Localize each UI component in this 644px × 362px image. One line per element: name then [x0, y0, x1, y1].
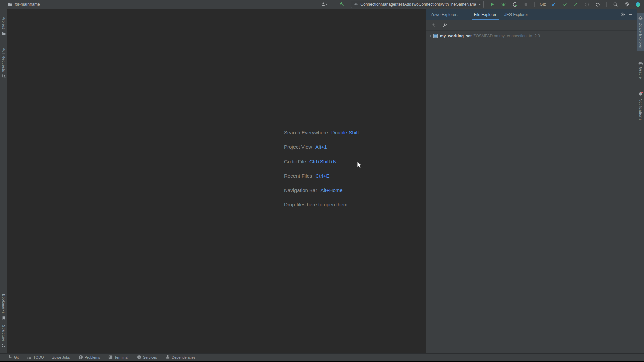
window-title: for-mainframe — [15, 2, 40, 7]
pull-requests-stripe-label: Pull Requests — [2, 48, 6, 72]
git-label: Git: — [540, 2, 546, 7]
structure-icon — [1, 343, 6, 348]
statusbar-item-services[interactable]: Services — [137, 355, 157, 359]
statusbar-item-git[interactable]: Git — [9, 355, 19, 359]
shortcut-label: Search Everywhere — [284, 130, 328, 135]
shortcut-label: Navigation Bar — [284, 187, 317, 193]
title-bar: for-mainframe — [0, 0, 644, 9]
shortcut-keys: Alt+1 — [315, 144, 327, 150]
services-icon — [137, 355, 141, 359]
bell-icon — [638, 91, 643, 97]
git-update-icon[interactable] — [550, 1, 557, 8]
shortcut-row: Drop files here to open them — [284, 197, 359, 212]
tree-row-working-set[interactable]: my_working_set ZOSMFAD on my_connection_… — [426, 32, 637, 40]
build-hammer-icon[interactable] — [338, 1, 346, 8]
run-configuration-name: ConnectionManager.testAddTwoConnectionsW… — [360, 2, 476, 7]
sidebar-item-structure[interactable]: Structure — [0, 323, 7, 350]
shortcut-row: Go to File Ctrl+Shift+N — [284, 154, 359, 169]
shortcut-label: Go to File — [284, 159, 306, 164]
statusbar-label: Git — [14, 355, 19, 359]
history-clock-icon — [583, 1, 590, 8]
sidebar-item-bookmarks[interactable]: Bookmarks — [0, 292, 7, 323]
main-area: Project Pull Requests Bookmarks — [0, 9, 644, 353]
stop-button — [522, 1, 529, 8]
debug-bug-icon[interactable] — [500, 1, 507, 8]
shortcut-row: Recent Files Ctrl+E — [284, 169, 359, 183]
shortcut-label: Recent Files — [284, 173, 312, 179]
toolwindow-header: Zowe Explorer: File Explorer JES Explore… — [426, 9, 637, 20]
folder-icon — [1, 31, 6, 36]
run-button[interactable] — [489, 1, 496, 8]
statusbar-item-problems[interactable]: Problems — [78, 355, 100, 359]
right-toolwindow-stripe: Zowe Explorer Gradle Notifications — [637, 9, 644, 353]
git-push-icon[interactable] — [572, 1, 579, 8]
working-set-detail: ZOSMFAD on my_connection_to_2.3 — [473, 34, 540, 38]
zowe-explorer-panel: Zowe Explorer: File Explorer JES Explore… — [426, 9, 637, 353]
status-bar: Git TODO Zowe Jobs Problems — [0, 353, 644, 361]
panel-gear-icon[interactable] — [619, 11, 627, 18]
sidebar-item-notifications[interactable]: Notifications — [637, 89, 644, 123]
tab-jes-explorer[interactable]: JES Explorer — [500, 9, 532, 20]
sidebar-item-project[interactable]: Project — [0, 14, 7, 38]
panel-toolbar — [426, 20, 637, 31]
working-set-name: my_working_set — [440, 34, 472, 38]
project-stripe-label: Project — [2, 17, 6, 29]
statusbar-label: Problems — [85, 355, 100, 359]
statusbar-label: Dependencies — [172, 355, 195, 359]
sidebar-item-gradle[interactable]: Gradle — [637, 58, 644, 81]
settings-wrench-icon[interactable] — [441, 21, 448, 29]
git-branch-icon — [9, 355, 12, 359]
run-with-coverage-icon[interactable] — [511, 1, 518, 8]
pull-request-icon — [1, 74, 6, 79]
run-configuration-select[interactable]: ConnectionManager.testAddTwoConnectionsW… — [351, 1, 484, 8]
left-toolwindow-stripe: Project Pull Requests Bookmarks — [0, 9, 7, 353]
tab-label: File Explorer — [474, 12, 496, 17]
tab-file-explorer[interactable]: File Explorer — [470, 9, 500, 20]
shortcut-keys: Alt+Home — [320, 187, 342, 193]
toolbar-separator — [534, 2, 535, 7]
working-set-icon — [433, 34, 438, 38]
statusbar-item-terminal[interactable]: Terminal — [108, 355, 128, 359]
drop-files-hint: Drop files here to open them — [284, 202, 347, 207]
rollback-undo-icon[interactable] — [594, 1, 601, 8]
add-working-set-button[interactable] — [430, 21, 437, 29]
problems-icon — [78, 355, 83, 359]
sidebar-item-zowe-explorer[interactable]: Zowe Explorer — [637, 13, 644, 51]
shortcut-row: Navigation Bar Alt+Home — [284, 183, 359, 197]
statusbar-item-todo[interactable]: TODO — [27, 355, 44, 359]
project-folder-icon — [7, 2, 12, 7]
toolbar-separator — [333, 2, 333, 7]
space-plugin-sphere-icon[interactable] — [634, 1, 641, 8]
bookmarks-stripe-label: Bookmarks — [2, 294, 6, 314]
code-with-me-users-icon[interactable] — [321, 1, 328, 8]
bookmark-icon — [2, 316, 6, 320]
statusbar-label: TODO — [33, 355, 44, 359]
statusbar-label: Services — [143, 355, 157, 359]
mouse-cursor — [357, 161, 363, 169]
shortcut-hints: Search Everywhere Double Shift Project V… — [284, 125, 359, 212]
notifications-stripe-label: Notifications — [639, 99, 643, 120]
git-commit-check-icon[interactable] — [561, 1, 568, 8]
zowe-explorer-stripe-label: Zowe Explorer — [639, 23, 643, 49]
gradle-elephant-icon — [638, 61, 643, 65]
sidebar-item-pull-requests[interactable]: Pull Requests — [0, 45, 7, 81]
editor-empty-area[interactable]: Search Everywhere Double Shift Project V… — [7, 9, 426, 353]
shortcut-keys: Ctrl+E — [315, 173, 329, 179]
statusbar-item-zowe-jobs[interactable]: Zowe Jobs — [52, 355, 70, 359]
toolbar-separator — [606, 2, 607, 7]
file-explorer-tree: my_working_set ZOSMFAD on my_connection_… — [426, 31, 637, 40]
structure-stripe-label: Structure — [2, 325, 6, 341]
zowe-diamond-icon — [638, 15, 643, 21]
settings-gear-icon[interactable] — [623, 1, 630, 8]
gradle-stripe-label: Gradle — [639, 67, 643, 79]
terminal-icon — [108, 355, 113, 359]
statusbar-item-dependencies[interactable]: Dependencies — [165, 355, 195, 359]
statusbar-label: Zowe Jobs — [52, 355, 70, 359]
hide-panel-minus-icon[interactable] — [627, 11, 634, 18]
todo-list-icon — [27, 355, 32, 359]
chevron-right-icon[interactable] — [428, 34, 433, 38]
search-everywhere-icon[interactable] — [612, 1, 619, 8]
test-config-icon — [354, 2, 358, 7]
chevron-down-icon — [478, 4, 481, 5]
tab-label: JES Explorer — [504, 12, 528, 17]
